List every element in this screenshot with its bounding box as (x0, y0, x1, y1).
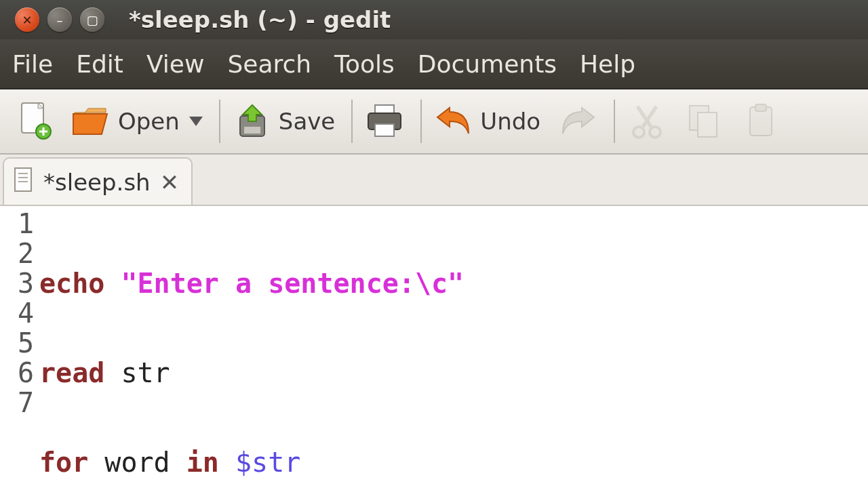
save-label: Save (279, 108, 335, 135)
tabbar: *sleep.sh ✕ (0, 155, 868, 206)
code-line[interactable]: read str (39, 358, 464, 388)
toolbar-separator (614, 100, 615, 143)
line-number: 4 (0, 298, 34, 328)
menu-view[interactable]: View (146, 50, 204, 78)
paste-icon (741, 102, 781, 141)
save-button[interactable]: Save (226, 98, 342, 145)
toolbar: Open Save Undo (0, 89, 868, 155)
new-button[interactable] (8, 98, 61, 145)
toolbar-separator (420, 100, 422, 143)
menu-search[interactable]: Search (227, 50, 311, 78)
line-number: 7 (0, 388, 34, 418)
line-number: 2 (0, 239, 34, 268)
open-folder-icon (72, 102, 111, 141)
print-icon (365, 102, 404, 141)
code-line[interactable]: echo "Enter a sentence:\c" (39, 268, 464, 298)
line-number: 3 (0, 268, 34, 298)
line-gutter: 1 2 3 4 5 6 7 (0, 206, 39, 488)
svg-rect-7 (244, 127, 260, 134)
titlebar: ✕ – ▢ *sleep.sh (~) - gedit (0, 0, 868, 39)
redo-button (551, 98, 604, 145)
line-number: 6 (0, 358, 34, 388)
tab-close-icon[interactable]: ✕ (160, 169, 180, 196)
undo-icon (434, 102, 473, 141)
tab-label: *sleep.sh (43, 169, 151, 196)
toolbar-separator (219, 100, 220, 143)
line-number: 1 (0, 209, 34, 239)
toolbar-separator (351, 100, 353, 143)
cut-button (620, 98, 673, 145)
svg-rect-10 (375, 124, 394, 136)
menubar: File Edit View Search Tools Documents He… (0, 39, 868, 89)
tab-sleep-sh[interactable]: *sleep.sh ✕ (3, 157, 193, 205)
minimize-icon[interactable]: – (47, 7, 72, 32)
code-area[interactable]: echo "Enter a sentence:\c" read str for … (39, 206, 464, 488)
svg-rect-16 (698, 113, 717, 137)
redo-icon (558, 102, 597, 141)
document-icon (14, 167, 34, 198)
svg-rect-19 (15, 168, 31, 191)
save-icon (233, 102, 272, 141)
open-button[interactable]: Open (65, 98, 210, 145)
copy-button (677, 98, 730, 145)
menu-help[interactable]: Help (580, 50, 635, 78)
window-title: *sleep.sh (~) - gedit (129, 6, 391, 33)
print-button[interactable] (358, 98, 411, 145)
menu-tools[interactable]: Tools (334, 50, 395, 78)
open-label: Open (118, 108, 180, 135)
code-line[interactable]: for word in $str (39, 447, 464, 477)
undo-label: Undo (480, 108, 540, 135)
copy-icon (684, 102, 724, 141)
cut-icon (627, 102, 667, 141)
maximize-icon[interactable]: ▢ (80, 7, 104, 32)
svg-point-14 (650, 127, 660, 138)
svg-rect-18 (755, 104, 766, 111)
close-icon[interactable]: ✕ (15, 7, 39, 32)
svg-point-13 (633, 127, 644, 138)
new-file-icon (15, 102, 54, 141)
undo-button[interactable]: Undo (427, 98, 547, 145)
menu-file[interactable]: File (12, 50, 53, 78)
menu-documents[interactable]: Documents (418, 50, 557, 78)
paste-button (734, 98, 787, 145)
open-dropdown-icon[interactable] (189, 117, 203, 126)
editor[interactable]: 1 2 3 4 5 6 7 echo "Enter a sentence:\c"… (0, 206, 868, 488)
menu-edit[interactable]: Edit (76, 50, 123, 78)
line-number: 5 (0, 328, 34, 358)
